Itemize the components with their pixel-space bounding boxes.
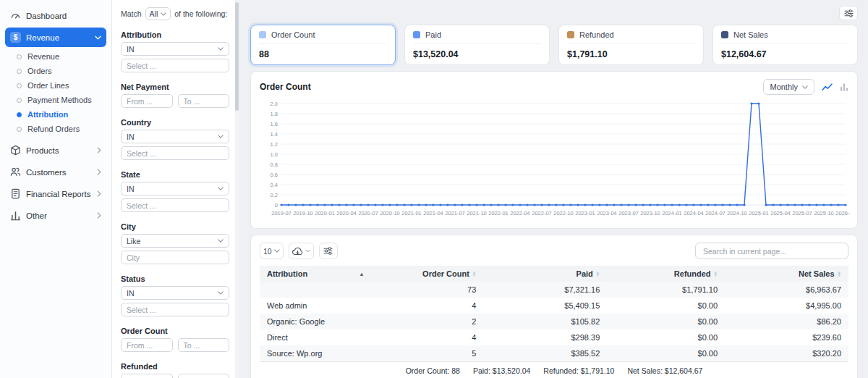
city-operator-select[interactable]: Like — [121, 234, 229, 248]
sidebar-item-dashboard[interactable]: Dashboard — [5, 6, 106, 25]
interval-select[interactable]: Monthly — [763, 79, 814, 95]
paid-swatch-icon — [413, 31, 420, 38]
filter-title: Net Payment — [121, 83, 229, 91]
order-count-to-input[interactable] — [178, 338, 230, 352]
bar-chart-icon — [840, 83, 848, 91]
page-size-select[interactable]: 10 — [260, 243, 284, 259]
sidebar-subitem-orders[interactable]: Orders — [5, 64, 106, 78]
line-chart-toggle-button[interactable] — [822, 83, 833, 92]
svg-text:2023-10: 2023-10 — [640, 210, 660, 217]
sidebar-item-products[interactable]: Products — [5, 140, 106, 160]
svg-text:2023-01: 2023-01 — [575, 210, 595, 217]
sliders-icon — [323, 247, 333, 255]
filter-group-net-payment: Net Payment — [121, 83, 229, 111]
col-header-refunded[interactable]: Refunded ▲▼ — [607, 266, 725, 282]
status-operator-select[interactable]: IN — [121, 286, 229, 300]
sidebar-subitem-payment-methods[interactable]: Payment Methods — [5, 93, 106, 107]
stat-label: Refunded — [579, 30, 614, 39]
table-row: Web admin 4 $5,409.15 $0.00 $4,995.00 — [260, 298, 848, 314]
sidebar-subitem-attribution[interactable]: Attribution — [5, 107, 106, 122]
svg-text:2024-07: 2024-07 — [705, 210, 726, 217]
filter-title: Order Count — [121, 327, 229, 335]
stat-label: Net Sales — [733, 30, 768, 39]
svg-text:2023-07: 2023-07 — [618, 210, 639, 217]
sidebar-item-financial-reports[interactable]: Financial Reports — [5, 184, 106, 203]
order-count-swatch-icon — [259, 31, 266, 38]
select-value: IN — [127, 289, 135, 298]
svg-text:2019-07: 2019-07 — [271, 210, 292, 217]
column-label: Net Sales — [799, 269, 835, 278]
svg-text:2021-01: 2021-01 — [401, 210, 422, 217]
column-label: Order Count — [422, 269, 469, 278]
sidebar-item-other[interactable]: Other — [5, 206, 106, 225]
sidebar-item-label: Revenue — [26, 33, 59, 42]
filter-title: Attribution — [121, 30, 229, 39]
attribution-value-input[interactable] — [121, 59, 229, 72]
circle-icon — [17, 83, 22, 88]
subitem-label: Attribution — [27, 110, 68, 119]
col-header-order-count[interactable]: Order Count ▲▼ — [372, 266, 484, 282]
stat-card-net-sales[interactable]: Net Sales $12,604.67 — [712, 25, 858, 65]
filter-panel: Match All of the following: Attribution … — [112, 0, 240, 378]
sidebar-subitem-order-lines[interactable]: Order Lines — [5, 78, 106, 93]
svg-text:0: 0 — [275, 202, 278, 209]
country-operator-select[interactable]: IN — [121, 130, 229, 143]
filter-title: State — [121, 170, 229, 179]
export-button[interactable] — [289, 243, 314, 259]
box-icon — [10, 145, 21, 156]
filter-panel-scrollbar[interactable] — [235, 0, 239, 378]
bar-chart-toggle-button[interactable] — [840, 83, 848, 91]
status-value-input[interactable] — [121, 303, 229, 316]
svg-text:2025-04: 2025-04 — [770, 210, 791, 217]
state-operator-select[interactable]: IN — [121, 182, 229, 196]
sidebar-item-customers[interactable]: Customers — [5, 162, 106, 182]
sidebar: Dashboard $ Revenue Revenue Orders Order… — [0, 0, 112, 378]
sidebar-subitem-revenue[interactable]: Revenue — [5, 49, 106, 64]
cell-net-sales: $239.60 — [725, 329, 848, 345]
total-refunded: Refunded: $1,791.10 — [543, 366, 614, 375]
net-payment-to-input[interactable] — [178, 94, 230, 108]
net-sales-swatch-icon — [721, 31, 728, 38]
col-header-paid[interactable]: Paid ▲▼ — [483, 266, 607, 282]
settings-sliders-button[interactable] — [839, 6, 858, 20]
table-search-input[interactable] — [695, 243, 848, 259]
chevron-down-icon — [305, 249, 310, 253]
sidebar-item-label: Other — [26, 211, 47, 220]
sidebar-item-revenue[interactable]: $ Revenue — [5, 28, 106, 47]
cell-refunded: $1,791.10 — [607, 282, 725, 298]
attribution-operator-select[interactable]: IN — [121, 42, 229, 56]
order-count-from-input[interactable] — [121, 338, 173, 352]
cell-attribution: Direct — [260, 329, 372, 345]
stat-card-paid[interactable]: Paid $13,520.04 — [404, 25, 550, 65]
sidebar-item-label: Dashboard — [26, 12, 67, 20]
refunded-from-input[interactable] — [121, 374, 173, 378]
stat-card-order-count[interactable]: Order Count 88 — [250, 25, 396, 65]
stat-cards: Order Count 88 Paid $13,520.04 Refunded … — [250, 25, 858, 65]
net-payment-from-input[interactable] — [121, 94, 173, 108]
col-header-attribution[interactable]: Attribution ▲ — [260, 266, 372, 282]
cell-attribution: Web admin — [260, 298, 372, 314]
chevron-down-icon — [218, 291, 224, 295]
stat-card-refunded[interactable]: Refunded $1,791.10 — [558, 25, 704, 65]
match-select[interactable]: All — [145, 7, 171, 20]
subitem-label: Refund Orders — [27, 125, 80, 133]
sort-icon: ▲▼ — [838, 271, 841, 277]
svg-text:2024-01: 2024-01 — [662, 210, 682, 217]
col-header-net-sales[interactable]: Net Sales ▲▼ — [725, 266, 848, 282]
table-row: 73 $7,321.16 $1,791.10 $6,963.67 — [260, 282, 848, 298]
sidebar-item-label: Products — [26, 146, 59, 155]
city-value-input[interactable] — [121, 251, 229, 264]
scrollbar-thumb[interactable] — [235, 2, 239, 111]
chevron-right-icon — [97, 212, 101, 219]
cell-order-count: 2 — [372, 314, 484, 329]
refunded-to-input[interactable] — [178, 374, 230, 378]
select-value: IN — [127, 185, 135, 193]
select-value: IN — [127, 45, 135, 54]
cell-order-count: 5 — [372, 345, 484, 361]
country-value-input[interactable] — [121, 146, 229, 160]
sidebar-subitem-refund-orders[interactable]: Refund Orders — [5, 122, 106, 136]
state-value-input[interactable] — [121, 198, 229, 212]
cell-refunded: $0.00 — [607, 329, 725, 345]
page-size-value: 10 — [263, 247, 272, 256]
column-filter-button[interactable] — [319, 243, 338, 259]
